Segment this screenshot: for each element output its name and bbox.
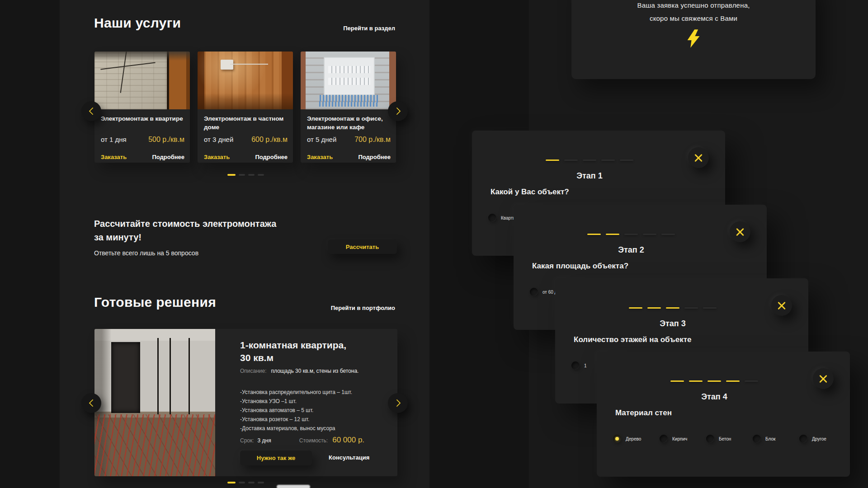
radio-label: 1 bbox=[584, 363, 587, 368]
cropped-next-element bbox=[277, 485, 310, 488]
design-canvas: Наши услуги Перейти в раздел Электромонт… bbox=[0, 0, 868, 488]
radio-option[interactable]: Дерево bbox=[613, 435, 660, 443]
service-photo-office bbox=[301, 52, 396, 109]
success-toast: Ваша заявка успешно отправлена, скоро мы… bbox=[571, 0, 816, 79]
service-price: 700 р./кв.м bbox=[354, 136, 391, 144]
chevron-right-icon bbox=[393, 108, 401, 115]
toast-line1: Ваша заявка успешно отправлена, bbox=[571, 1, 816, 9]
radio-button-icon bbox=[753, 435, 761, 443]
portfolio-heading: Готовые решения bbox=[94, 295, 216, 310]
close-icon bbox=[777, 300, 787, 310]
stage-question: Материал стен bbox=[615, 408, 672, 418]
radio-button-icon bbox=[660, 435, 668, 443]
service-card: Электромонтаж в квартире от 1 дня 500 р.… bbox=[94, 52, 190, 163]
portfolio-card: 1-комнатная квартира, 30 кв.м Описание:п… bbox=[94, 329, 397, 476]
service-photo-apartment bbox=[94, 52, 190, 109]
service-duration: от 1 дня bbox=[101, 136, 127, 143]
chevron-right-icon bbox=[393, 399, 401, 407]
portfolio-meta: Срок:3 дняСтоимость:60 000 р. bbox=[240, 436, 364, 445]
portfolio-title: 1-комнатная квартира, 30 кв.м bbox=[240, 329, 392, 364]
cable-decor bbox=[100, 62, 156, 70]
works-list: -Установка распределительного щита – 1шт… bbox=[240, 388, 352, 433]
quiz-progress bbox=[670, 380, 758, 382]
service-duration: от 3 дней bbox=[204, 136, 233, 143]
portfolio-next-button[interactable] bbox=[388, 393, 408, 413]
radio-label: Кирпич bbox=[672, 436, 687, 441]
need-same-button[interactable]: Нужно так же bbox=[240, 450, 312, 465]
radio-button-icon bbox=[571, 361, 580, 370]
radio-label: Блок bbox=[765, 436, 775, 441]
service-title: Электромонтаж в квартире bbox=[101, 115, 185, 123]
close-button[interactable] bbox=[813, 368, 834, 389]
stage-question: Количество этажей на объекте bbox=[574, 335, 691, 344]
service-card: Электромонтаж в частном доме от 3 дней 6… bbox=[198, 52, 293, 163]
toast-line2: скоро мы свяжемся с Вами bbox=[571, 14, 816, 22]
junction-box-decor bbox=[221, 60, 233, 70]
details-button[interactable]: Подробнее bbox=[255, 154, 288, 160]
services-carousel-pagination[interactable] bbox=[227, 174, 264, 176]
work-item: -Установка распределительного щита – 1шт… bbox=[240, 388, 352, 397]
order-button[interactable]: Заказать bbox=[307, 154, 333, 160]
chevron-left-icon bbox=[89, 399, 96, 407]
cost-label: Стоимость: bbox=[299, 437, 328, 444]
radio-button-icon bbox=[706, 435, 714, 443]
work-item: -Установка УЗО –1 шт. bbox=[240, 397, 352, 406]
service-title: Электромонтаж в частном доме bbox=[204, 115, 288, 132]
close-button[interactable] bbox=[730, 221, 750, 242]
service-price: 600 р./кв.м bbox=[251, 136, 288, 144]
radio-label: Бетон bbox=[719, 436, 731, 441]
floor-heating-decor bbox=[94, 414, 215, 476]
breaker-panel-decor bbox=[324, 57, 375, 96]
service-duration: от 5 дней bbox=[307, 136, 336, 143]
services-next-button[interactable] bbox=[388, 101, 408, 121]
close-icon bbox=[735, 227, 745, 237]
portfolio-section-link[interactable]: Перейти в портфолио bbox=[331, 305, 395, 311]
stage-title: Этап 3 bbox=[546, 319, 799, 328]
consultation-button[interactable]: Консультация bbox=[329, 454, 369, 461]
lightning-icon bbox=[688, 29, 700, 48]
order-button[interactable]: Заказать bbox=[101, 154, 127, 160]
stage-question: Какая площадь объекта? bbox=[532, 262, 628, 271]
description-value: площадь 30 кв.м, стены из бетона. bbox=[271, 368, 359, 374]
calculate-button[interactable]: Рассчитать bbox=[328, 239, 397, 254]
radio-option[interactable]: Бетон bbox=[706, 435, 753, 443]
details-button[interactable]: Подробнее bbox=[152, 154, 184, 160]
quiz-modal-stage-4: Этап 4 Материал стен Дерево Кирпич Бетон… bbox=[597, 352, 850, 477]
portfolio-details: 1-комнатная квартира, 30 кв.м Описание:п… bbox=[240, 329, 392, 476]
calculator-subtitle: Ответьте всего лишь на 5 вопросов bbox=[94, 249, 198, 257]
details-button[interactable]: Подробнее bbox=[358, 154, 391, 160]
portfolio-prev-button[interactable] bbox=[81, 393, 101, 413]
portfolio-description: Описание:площадь 30 кв.м, стены из бетон… bbox=[240, 368, 359, 374]
term-value: 3 дня bbox=[258, 437, 271, 444]
close-icon bbox=[693, 153, 703, 163]
radio-option[interactable]: Другое bbox=[799, 435, 846, 443]
left-background-strip bbox=[0, 0, 60, 488]
service-card: Электромонтаж в офисе, магазине или кафе… bbox=[301, 52, 396, 163]
services-section-link[interactable]: Перейти в раздел bbox=[343, 25, 395, 32]
radio-option[interactable]: Кирпич bbox=[660, 435, 706, 443]
portfolio-photo-room bbox=[94, 329, 215, 476]
close-icon bbox=[818, 374, 828, 384]
radio-label: Дерево bbox=[626, 436, 641, 441]
doorway-decor bbox=[111, 342, 140, 413]
services-heading: Наши услуги bbox=[94, 15, 181, 31]
portfolio-carousel-pagination[interactable] bbox=[227, 482, 264, 483]
service-title: Электромонтаж в офисе, магазине или кафе bbox=[307, 115, 392, 132]
close-button[interactable] bbox=[771, 295, 792, 316]
term-label: Срок: bbox=[240, 437, 254, 444]
service-photo-house bbox=[198, 52, 293, 109]
services-prev-button[interactable] bbox=[81, 101, 101, 121]
quiz-progress bbox=[629, 307, 717, 309]
wires-decor bbox=[318, 95, 379, 107]
conduit-decor bbox=[230, 64, 268, 65]
order-button[interactable]: Заказать bbox=[204, 154, 230, 160]
radio-button-icon bbox=[799, 435, 807, 443]
service-price: 500 р./кв.м bbox=[148, 136, 184, 144]
radio-button-icon bbox=[530, 288, 538, 296]
calculator-heading: Рассчитайте стоимость электромонтажа за … bbox=[94, 217, 276, 244]
description-label: Описание: bbox=[240, 368, 267, 374]
radio-button-icon bbox=[488, 214, 496, 222]
close-button[interactable] bbox=[688, 147, 709, 168]
stage-question: Какой у Вас объект? bbox=[491, 188, 569, 197]
radio-option[interactable]: Блок bbox=[753, 435, 799, 443]
